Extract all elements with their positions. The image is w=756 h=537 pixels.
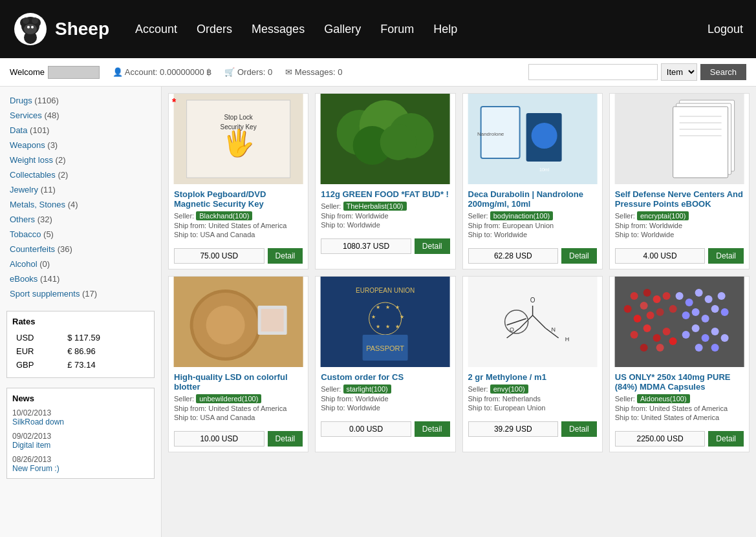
svg-point-38: [206, 306, 245, 344]
rates-row: USD$ 117.59: [14, 332, 147, 344]
nav-forum[interactable]: Forum: [380, 23, 414, 36]
svg-text:★: ★: [385, 324, 390, 330]
sidebar-item-weapons[interactable]: Weapons (3): [0, 138, 161, 153]
svg-point-90: [662, 328, 670, 335]
nav-orders[interactable]: Orders: [197, 23, 232, 36]
sidebar-item-weight-loss[interactable]: Weight loss (2): [0, 153, 161, 167]
nav-account[interactable]: Account: [135, 23, 177, 36]
product-footer: 62.28 USD Detail: [463, 245, 602, 269]
detail-button[interactable]: Detail: [268, 431, 303, 447]
detail-button[interactable]: Detail: [561, 421, 597, 437]
sub-header-links: 👤 Account: 0.00000000 ฿ 🛒 Orders: 0 ✉ Me…: [113, 67, 515, 77]
messages-icon: ✉: [285, 67, 292, 77]
sidebar-item-collectables[interactable]: Collectables (2): [0, 167, 161, 182]
sidebar-item-jewelry[interactable]: Jewelry (11): [0, 182, 161, 197]
product-price: 4.00 USD: [615, 248, 706, 264]
product-title[interactable]: 2 gr Methylone / m1: [468, 372, 597, 382]
svg-text:O: O: [530, 297, 535, 304]
svg-point-68: [643, 289, 651, 297]
messages-link[interactable]: ✉ Messages: 0: [285, 67, 342, 77]
product-price: 1080.37 USD: [321, 238, 411, 254]
sidebar-item-services[interactable]: Services (48): [0, 108, 161, 123]
svg-text:★: ★: [376, 324, 380, 330]
svg-point-75: [646, 311, 654, 319]
sidebar-item-counterfeits[interactable]: Counterfeits (36): [0, 242, 161, 257]
product-title[interactable]: Custom order for CS: [321, 372, 449, 382]
svg-point-100: [720, 334, 728, 342]
product-ship-from: Ship from: European Union: [468, 222, 597, 229]
product-footer: 39.29 USD Detail: [463, 418, 602, 442]
svg-text:★: ★: [395, 324, 400, 330]
category-list: Drugs (1106)Services (48)Data (101)Weapo…: [0, 93, 161, 301]
product-price: 75.00 USD: [174, 248, 265, 264]
nav-help[interactable]: Help: [433, 23, 457, 36]
svg-point-67: [630, 292, 638, 300]
sidebar-item-tobacco[interactable]: Tobacco (5): [0, 227, 161, 242]
sidebar-item-data[interactable]: Data (101): [0, 123, 161, 138]
nav-messages[interactable]: Messages: [252, 23, 305, 36]
rates-row: EUR€ 86.96: [14, 345, 147, 357]
news-link[interactable]: Digital item: [12, 441, 149, 450]
product-title[interactable]: 112g GREEN FOOD *FAT BUD* !: [321, 189, 449, 199]
news-link[interactable]: SilkRoad down: [12, 417, 149, 426]
nav-gallery[interactable]: Gallery: [324, 23, 361, 36]
product-title[interactable]: Deca Durabolin | Nandrolone 200mg/ml, 10…: [468, 189, 597, 209]
svg-point-99: [711, 344, 718, 352]
svg-text:EUROPEAN UNION: EUROPEAN UNION: [356, 287, 415, 294]
svg-point-69: [640, 302, 647, 310]
account-link[interactable]: 👤 Account: 0.00000000 ฿: [113, 67, 211, 77]
svg-text:★: ★: [376, 304, 380, 310]
sidebar-item-sport-supplements[interactable]: Sport supplements (17): [0, 286, 161, 301]
sidebar-item-others[interactable]: Others (32): [0, 212, 161, 227]
detail-button[interactable]: Detail: [708, 248, 744, 264]
product-title[interactable]: US ONLY* 250x 140mg PURE (84%) MDMA Caps…: [615, 372, 744, 392]
svg-point-6: [32, 17, 38, 24]
product-image: [169, 277, 308, 367]
product-seller: Seller: encryptai(100): [615, 211, 744, 220]
svg-point-88: [643, 324, 651, 332]
account-icon: 👤: [113, 67, 123, 77]
product-title[interactable]: Stoplok Pegboard/DVD Magnetic Security K…: [174, 189, 303, 209]
seller-badge: envy(100): [490, 384, 528, 394]
product-image: Stop LockSecurity Key🖐: [169, 94, 308, 184]
detail-button[interactable]: Detail: [415, 238, 450, 254]
svg-point-72: [662, 292, 670, 300]
logout-button[interactable]: Logout: [707, 23, 743, 36]
svg-text:★: ★: [400, 314, 404, 320]
orders-link[interactable]: 🛒 Orders: 0: [224, 67, 272, 77]
username-input[interactable]: [48, 66, 100, 79]
svg-point-70: [653, 295, 660, 303]
svg-point-78: [685, 299, 693, 306]
product-price: 2250.00 USD: [615, 431, 706, 447]
sidebar-item-ebooks[interactable]: eBooks (141): [0, 271, 161, 286]
search-button[interactable]: Search: [700, 64, 746, 80]
product-info: Deca Durabolin | Nandrolone 200mg/ml, 10…: [463, 184, 602, 245]
sidebar-item-drugs[interactable]: Drugs (1106): [0, 93, 161, 108]
search-area: Item Search: [528, 63, 746, 81]
sidebar-item-alcohol[interactable]: Alcohol (0): [0, 257, 161, 271]
detail-button[interactable]: Detail: [561, 248, 597, 264]
product-title[interactable]: Self Defense Nerve Centers And Pressure …: [615, 189, 744, 209]
orders-label: Orders: 0: [237, 67, 272, 77]
svg-point-85: [717, 292, 725, 300]
news-items: 10/02/2013SilkRoad down09/02/2013Digital…: [12, 408, 149, 473]
svg-point-7: [24, 24, 37, 34]
news-link[interactable]: New Forum :): [12, 464, 149, 473]
sidebar-item-metals,-stones[interactable]: Metals, Stones (4): [0, 197, 161, 212]
svg-point-71: [623, 305, 631, 313]
search-input[interactable]: [528, 64, 658, 80]
detail-button[interactable]: Detail: [415, 421, 450, 437]
product-price: 62.28 USD: [468, 248, 559, 264]
product-card: High-quality LSD on colorful blotter Sel…: [168, 276, 308, 452]
svg-point-91: [640, 344, 647, 352]
svg-point-74: [633, 315, 641, 322]
product-image-wrapper: Stop LockSecurity Key🖐*: [169, 94, 308, 184]
detail-button[interactable]: Detail: [268, 248, 303, 264]
site-header: Sheep Account Orders Messages Gallery Fo…: [0, 0, 756, 58]
product-card: OONH 2 gr Methylone / m1 Seller: envy(10…: [462, 276, 603, 452]
product-info: 2 gr Methylone / m1 Seller: envy(100) Sh…: [463, 367, 602, 418]
item-select[interactable]: Item: [661, 63, 697, 81]
product-footer: 2250.00 USD Detail: [610, 428, 749, 452]
detail-button[interactable]: Detail: [708, 431, 744, 447]
product-title[interactable]: High-quality LSD on colorful blotter: [174, 372, 303, 392]
